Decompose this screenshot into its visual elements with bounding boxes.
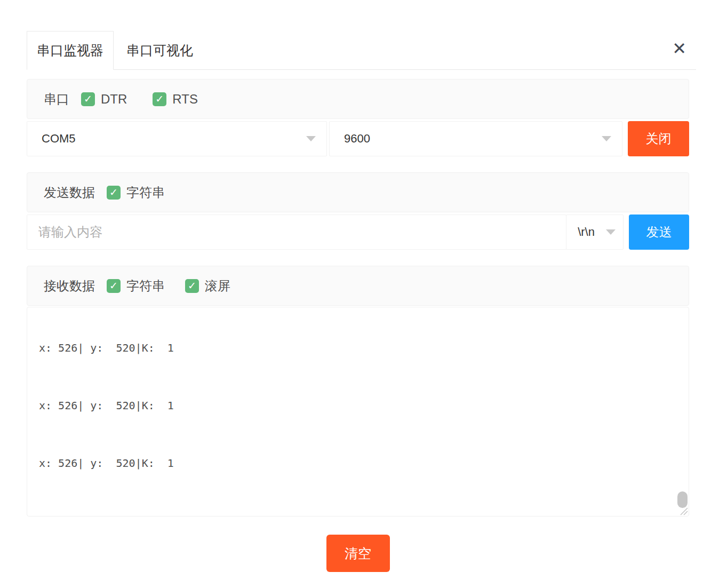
send-data-panel: 发送数据 ✓ 字符串 (27, 172, 689, 212)
tab-serial-monitor-label: 串口监视器 (37, 42, 103, 59)
line-ending-select[interactable]: \r\n (566, 214, 624, 250)
baud-select[interactable]: 9600 (329, 121, 622, 156)
send-button[interactable]: 发送 (629, 214, 689, 250)
serial-port-panel: 串口 ✓ DTR ✓ RTS (27, 79, 689, 119)
receive-log: x: 526| y: 520|K: 1 x: 526| y: 520|K: 1 … (27, 307, 689, 517)
dtr-checkbox-group: ✓ DTR (81, 92, 127, 107)
receive-data-panel: 接收数据 ✓ 字符串 ✓ 滚屏 (27, 266, 689, 306)
tab-serial-visualization-label: 串口可视化 (126, 42, 193, 59)
check-icon: ✓ (84, 94, 92, 104)
receive-string-label: 字符串 (126, 277, 165, 295)
footer: 清空 (27, 517, 689, 572)
dtr-checkbox[interactable]: ✓ (81, 92, 95, 106)
log-line: x: 526| y: 520|K: 1 (39, 454, 689, 473)
autoscroll-checkbox[interactable]: ✓ (185, 279, 199, 293)
receive-data-title: 接收数据 (44, 277, 95, 295)
scrollbar-thumb[interactable] (677, 491, 688, 508)
receive-string-checkbox-group: ✓ 字符串 (107, 277, 165, 295)
check-icon: ✓ (109, 187, 118, 197)
check-icon: ✓ (155, 94, 164, 104)
tab-serial-monitor[interactable]: 串口监视器 (27, 31, 114, 70)
tab-bar: 串口监视器 串口可视化 ✕ (27, 31, 696, 70)
close-port-button[interactable]: 关闭 (628, 121, 689, 156)
port-settings-row: COM5 9600 关闭 (27, 121, 689, 156)
port-select-value: COM5 (42, 132, 76, 146)
baud-select-value: 9600 (344, 132, 370, 146)
receive-textarea[interactable]: x: 526| y: 520|K: 1 x: 526| y: 520|K: 1 … (27, 307, 689, 517)
send-data-title: 发送数据 (44, 184, 95, 201)
send-string-checkbox[interactable]: ✓ (107, 186, 121, 200)
log-line: x: 526| y: 520|K: 1 (39, 396, 689, 415)
close-icon[interactable]: ✕ (672, 31, 686, 66)
autoscroll-checkbox-group: ✓ 滚屏 (185, 277, 230, 295)
chevron-down-icon (602, 136, 611, 141)
rts-label: RTS (172, 92, 198, 107)
send-string-label: 字符串 (126, 184, 165, 201)
serial-port-title: 串口 (44, 91, 69, 108)
line-ending-value: \r\n (578, 225, 595, 239)
check-icon: ✓ (188, 281, 196, 291)
dialog-content: 串口 ✓ DTR ✓ RTS COM5 9600 (27, 79, 689, 572)
clear-button[interactable]: 清空 (326, 535, 390, 572)
tab-serial-visualization[interactable]: 串口可视化 (114, 31, 206, 69)
send-string-checkbox-group: ✓ 字符串 (107, 184, 165, 201)
chevron-down-icon (306, 136, 316, 141)
chevron-down-icon (606, 229, 616, 235)
check-icon: ✓ (109, 281, 118, 291)
log-line: x: 526| y: 520|K: 1 (39, 338, 689, 357)
log-line: x: 526| y: 520|K: 1 (39, 511, 689, 517)
receive-string-checkbox[interactable]: ✓ (107, 279, 121, 293)
send-row: \r\n 发送 (27, 214, 689, 250)
autoscroll-label: 滚屏 (205, 277, 230, 295)
send-input[interactable] (27, 214, 566, 250)
rts-checkbox[interactable]: ✓ (153, 92, 166, 106)
resize-handle-icon[interactable] (679, 506, 688, 515)
rts-checkbox-group: ✓ RTS (153, 92, 198, 107)
port-select[interactable]: COM5 (27, 121, 327, 156)
serial-monitor-dialog: 串口监视器 串口可视化 ✕ 串口 ✓ DTR ✓ RTS (0, 31, 727, 572)
dtr-label: DTR (101, 92, 127, 107)
